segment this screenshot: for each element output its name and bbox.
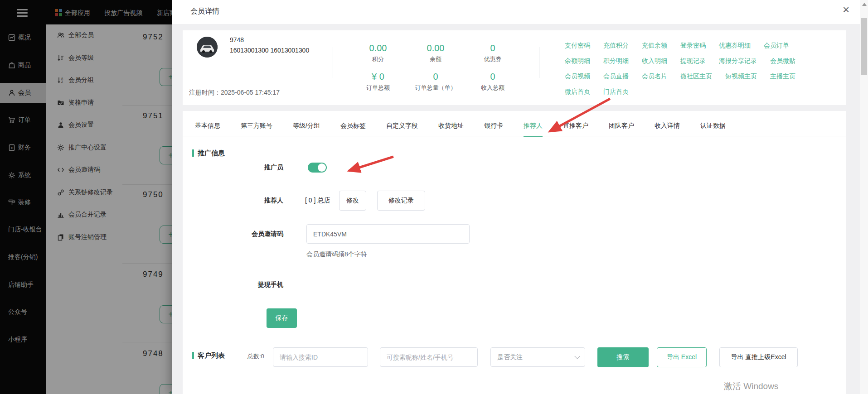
link-store-home[interactable]: 门店首页	[603, 88, 629, 96]
section-bar	[192, 149, 194, 157]
stat-order-amount: ¥ 0订单总额	[366, 72, 390, 92]
tab-member-label[interactable]: 会员标签	[340, 122, 366, 137]
invite-code-hint: 会员邀请码须8个字符	[306, 250, 367, 259]
link-short-video-home[interactable]: 短视频主页	[725, 72, 757, 81]
link-coupon-detail[interactable]: 优惠券明细	[719, 42, 751, 50]
tab-referrer[interactable]: 推荐人	[524, 122, 543, 137]
promotion-section-title: 推广信息	[198, 149, 225, 158]
car-avatar-icon	[197, 37, 218, 58]
link-micro-shop-home[interactable]: 微店首页	[565, 88, 590, 96]
modify-log-button[interactable]: 修改记录	[377, 191, 425, 211]
page-scrollbar[interactable]	[860, 0, 868, 394]
invite-code-input[interactable]	[306, 224, 470, 244]
promoter-label: 推广员	[233, 163, 283, 172]
chevron-down-icon	[574, 353, 580, 359]
link-pay-password[interactable]: 支付密码	[565, 42, 590, 50]
drawer-title-bar	[172, 0, 860, 24]
search-id-input[interactable]	[273, 347, 368, 367]
tab-auth-data[interactable]: 认证数据	[700, 122, 726, 137]
stat-order-count: 0订单总量（单）	[415, 72, 456, 92]
member-phones: 16013001300 16013001300	[230, 47, 309, 54]
referrer-label: 推荐人	[233, 197, 283, 205]
tab-third-party-account[interactable]: 第三方账号	[241, 122, 272, 137]
customer-list-title: 客户列表	[198, 351, 225, 360]
link-recharge-points[interactable]: 充值积分	[603, 42, 629, 50]
tab-bank-card[interactable]: 银行卡	[484, 122, 503, 137]
stat-points: 0.00积分	[369, 43, 387, 63]
link-member-card[interactable]: 会员名片	[642, 72, 667, 81]
export-excel-button[interactable]: 导出 Excel	[657, 347, 707, 367]
stat-balance: 0.00余额	[427, 43, 445, 63]
link-withdraw-log[interactable]: 提现记录	[680, 57, 706, 65]
modify-button[interactable]: 修改	[339, 191, 366, 211]
referrer-value: [ 0 ] 总店	[305, 197, 330, 205]
tab-custom-field[interactable]: 自定义字段	[386, 122, 418, 137]
stat-income-total: 0收入总额	[481, 72, 504, 92]
export-parent-excel-button[interactable]: 导出 直推上级Excel	[719, 347, 798, 367]
scrollbar-thumb[interactable]	[861, 18, 867, 75]
tab-shipping-address[interactable]: 收货地址	[438, 122, 464, 137]
link-member-orders[interactable]: 会员订单	[764, 42, 789, 50]
link-balance-detail[interactable]: 余额明细	[565, 57, 590, 65]
register-time: 注册时间：2025-06-05 17:45:17	[189, 89, 280, 97]
link-member-live[interactable]: 会员直播	[603, 72, 629, 81]
divider	[333, 47, 333, 78]
link-member-post[interactable]: 会员微贴	[770, 57, 795, 65]
tab-level-group[interactable]: 等级/分组	[293, 122, 320, 137]
tab-income-detail[interactable]: 收入详情	[655, 122, 680, 137]
tab-basic-info[interactable]: 基本信息	[195, 122, 220, 137]
quick-links: 支付密码 充值积分 充值余额 登录密码 优惠券明细 会员订单 余额明细 积分明细…	[565, 38, 795, 100]
link-login-password[interactable]: 登录密码	[680, 42, 706, 50]
invite-code-label: 会员邀请码	[233, 230, 283, 238]
link-poster-share-log[interactable]: 海报分享记录	[719, 57, 757, 65]
customer-total: 总数:0	[247, 352, 264, 360]
activate-windows-watermark: 激活 Windows	[724, 380, 778, 392]
tab-direct-customers[interactable]: 直推客户	[563, 122, 588, 137]
member-header-card: 9748 16013001300 16013001300 注册时间：2025-0…	[183, 30, 846, 105]
detail-tabs: 基本信息 第三方账号 等级/分组 会员标签 自定义字段 收货地址 银行卡 推荐人…	[195, 122, 726, 137]
search-button[interactable]: 搜索	[597, 347, 649, 367]
stat-coupons: 0优惠券	[484, 43, 502, 63]
link-member-video[interactable]: 会员视频	[565, 72, 590, 81]
promoter-toggle[interactable]	[308, 163, 327, 173]
tabs-divider	[183, 136, 846, 136]
section-bar	[192, 352, 194, 359]
toggle-knob	[318, 163, 326, 172]
avatar	[197, 37, 218, 58]
link-anchor-home[interactable]: 主播主页	[770, 72, 795, 81]
scroll-up-icon[interactable]	[862, 3, 867, 6]
link-income-detail[interactable]: 收入明细	[642, 57, 667, 65]
member-id: 9748	[230, 36, 244, 43]
link-community-home[interactable]: 微社区主页	[680, 72, 712, 81]
link-points-detail[interactable]: 积分明细	[603, 57, 629, 65]
tab-team-customers[interactable]: 团队客户	[609, 122, 634, 137]
withdraw-phone-label: 提现手机	[233, 281, 283, 289]
link-recharge-balance[interactable]: 充值余额	[642, 42, 667, 50]
follow-select[interactable]: 是否关注	[490, 347, 585, 367]
search-name-input[interactable]	[380, 347, 478, 367]
member-detail-drawer: 会员详情 × 9748 16013001300 16013001300 注册时间…	[172, 0, 868, 394]
divider	[539, 47, 539, 78]
save-button[interactable]: 保存	[267, 308, 297, 328]
drawer-title: 会员详情	[190, 7, 219, 16]
close-icon[interactable]: ×	[843, 4, 849, 15]
